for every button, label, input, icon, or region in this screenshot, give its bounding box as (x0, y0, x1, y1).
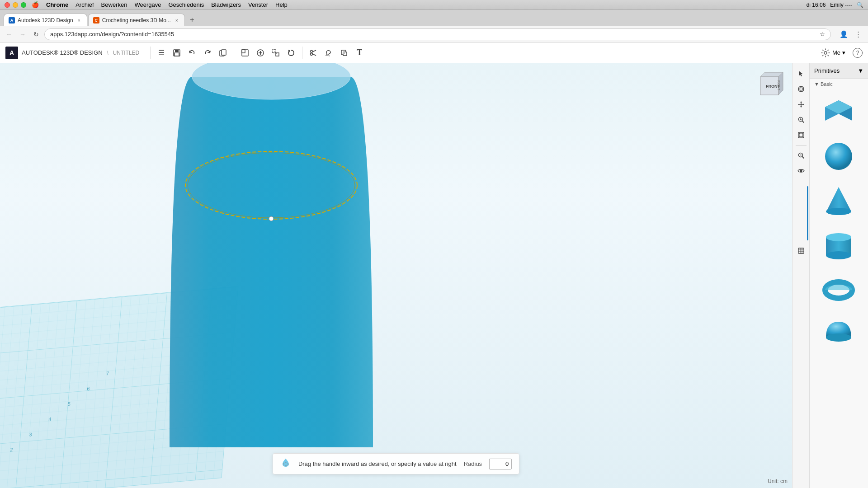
address-url: apps.123dapp.com/design/?contentid=16355… (50, 31, 816, 38)
primitives-panel: Primitives ▼ ▼ Basic (809, 63, 868, 488)
menu-bewerken[interactable]: Bewerken (101, 1, 127, 8)
settings-icon (821, 48, 830, 58)
zoom-fit-tool[interactable] (794, 128, 808, 142)
svg-line-15 (312, 50, 316, 52)
paint-btn[interactable] (321, 46, 336, 60)
primitive-torus[interactable] (811, 267, 866, 310)
svg-text:7: 7 (106, 371, 109, 376)
menu-bladwijzers[interactable]: Bladwijzers (211, 1, 241, 8)
help-btn[interactable]: ? (853, 48, 863, 58)
status-bar: Drag the handle inward as desired, or sp… (273, 453, 519, 474)
app-logo-icon: A (5, 47, 18, 59)
redo-icon (203, 49, 212, 57)
svg-rect-6 (242, 50, 245, 53)
view-cube[interactable]: FRONT RIGHT (751, 68, 788, 104)
mac-close-btn[interactable] (5, 2, 10, 8)
svg-text:6: 6 (87, 386, 90, 392)
save-icon (173, 49, 181, 57)
primitive-hemisphere[interactable] (811, 310, 866, 353)
chrome-tab-autodesk-close[interactable]: × (76, 17, 82, 23)
app-brand-text: AUTODESK® 123D® DESIGN (22, 49, 103, 56)
orbit-tool[interactable] (794, 82, 808, 96)
app-doc-title: UNTITLED (113, 50, 139, 56)
menu-chrome[interactable]: Chrome (46, 1, 68, 8)
chrome-new-tab-btn[interactable]: + (186, 14, 198, 26)
menu-help[interactable]: Help (275, 1, 288, 8)
address-bar[interactable]: apps.123dapp.com/design/?contentid=16355… (44, 28, 831, 40)
mac-minimize-btn[interactable] (13, 2, 18, 8)
svg-point-17 (326, 54, 328, 56)
grid-tool[interactable] (794, 244, 808, 258)
primitives-grid (810, 89, 868, 355)
star-icon[interactable]: ☆ (820, 31, 825, 38)
menu-geschiedenis[interactable]: Geschiedenis (168, 1, 204, 8)
chrome-tab-crocheting-close[interactable]: × (174, 17, 180, 23)
primitive-cone[interactable] (811, 179, 866, 222)
apple-menu[interactable]: 🍎 (32, 1, 39, 8)
pan-tool[interactable] (794, 98, 808, 111)
menu-icon: ☰ (158, 48, 165, 57)
mac-search-icon[interactable]: 🔍 (857, 2, 863, 8)
svg-rect-20 (343, 52, 345, 54)
back-btn[interactable]: ← (4, 29, 14, 40)
text-btn[interactable]: T (352, 46, 367, 60)
add-btn[interactable] (253, 46, 268, 60)
mac-traffic-lights[interactable] (5, 2, 26, 8)
cylinder-shape (820, 227, 858, 261)
app-separator: \ (107, 49, 108, 56)
chrome-addressbar: ← → ↻ apps.123dapp.com/design/?contentid… (0, 26, 868, 42)
chrome-tab-autodesk[interactable]: A Autodesk 123D Design × (4, 14, 87, 26)
clone-icon (219, 49, 227, 57)
select-tool[interactable] (794, 67, 808, 80)
toolbar-group-file: ☰ (154, 46, 230, 60)
chrome-menu-icon[interactable]: ⋮ (852, 28, 864, 41)
radius-input[interactable] (489, 459, 512, 469)
undo-icon (188, 49, 196, 57)
chrome-tab-crocheting[interactable]: C Crocheting needles 3D Mo... × (88, 14, 185, 26)
toolbar-sep-1 (150, 47, 151, 59)
redo-btn[interactable] (200, 46, 215, 60)
transform-btn[interactable] (269, 46, 283, 60)
scissor-btn[interactable] (306, 46, 321, 60)
refresh-btn[interactable] (284, 46, 298, 60)
menu-venster[interactable]: Venster (248, 1, 268, 8)
mac-maximize-btn[interactable] (21, 2, 26, 8)
mac-time: di 16:06 (807, 2, 826, 8)
me-dropdown[interactable]: Me ▾ (817, 46, 849, 60)
chrome-user-icon[interactable]: 👤 (837, 28, 850, 41)
reload-btn[interactable]: ↻ (31, 29, 42, 40)
undo-btn[interactable] (185, 46, 199, 60)
svg-point-74 (826, 233, 851, 241)
side-tools (792, 63, 809, 488)
primitives-basic-label[interactable]: ▼ Basic (810, 79, 868, 89)
combine-btn[interactable] (337, 46, 351, 60)
chrome-tab-crocheting-title: Crocheting needles 3D Mo... (102, 17, 171, 23)
svg-point-75 (826, 251, 851, 259)
mac-user: Emily ---- (830, 2, 852, 8)
svg-rect-53 (800, 134, 802, 136)
zoom-window-tool[interactable] (794, 149, 808, 162)
svg-rect-2 (175, 53, 179, 56)
viewport-btn[interactable] (238, 46, 252, 60)
menu-archief[interactable]: Archief (75, 1, 94, 8)
primitives-header[interactable]: Primitives ▼ (810, 63, 868, 79)
primitive-sphere[interactable] (811, 135, 866, 178)
primitive-box[interactable] (811, 91, 866, 134)
viewport[interactable]: FRONT RIGHT (0, 63, 792, 488)
save-btn[interactable] (170, 46, 184, 60)
menu-weergave[interactable]: Weergave (134, 1, 161, 8)
active-tool-indicator (807, 186, 808, 240)
forward-btn[interactable]: → (17, 29, 28, 40)
view-toggle-tool[interactable] (794, 164, 808, 178)
svg-marker-71 (826, 187, 851, 211)
svg-text:5: 5 (67, 401, 71, 407)
clone-btn[interactable] (216, 46, 230, 60)
3d-cylinder (167, 63, 375, 474)
svg-point-47 (800, 86, 802, 92)
primitive-cylinder[interactable] (811, 223, 866, 266)
app-logo: A AUTODESK® 123D® DESIGN \ UNTITLED (5, 47, 139, 59)
menu-btn[interactable]: ☰ (154, 46, 169, 60)
svg-point-43 (269, 216, 274, 221)
zoom-tool[interactable] (794, 113, 808, 127)
svg-rect-1 (175, 50, 179, 52)
